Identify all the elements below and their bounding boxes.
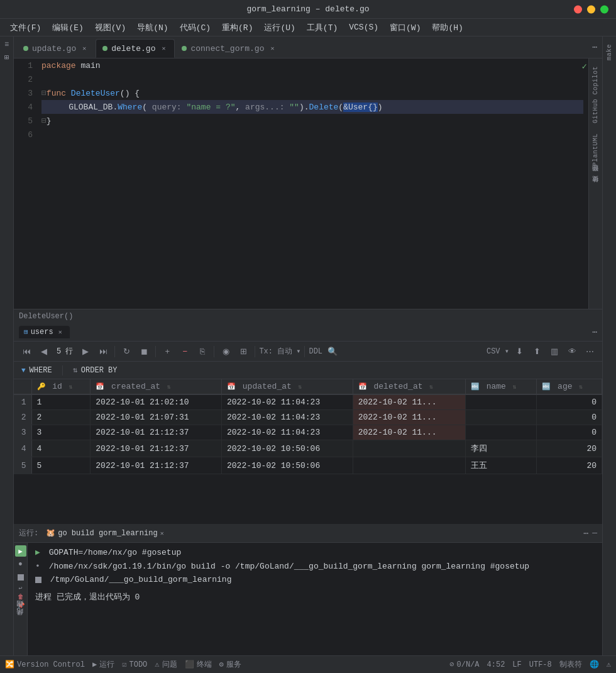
- terminal-bullet-icon[interactable]: •: [17, 559, 24, 570]
- status-encoding[interactable]: UTF-8: [529, 660, 552, 669]
- agile-icon[interactable]: 敏捷: [590, 182, 602, 192]
- orderby-label[interactable]: ORDER BY: [81, 366, 118, 375]
- db-tab-users[interactable]: ⊞ users ✕: [19, 326, 70, 338]
- where-label[interactable]: WHERE: [30, 366, 52, 375]
- make-icon[interactable]: make: [605, 39, 614, 65]
- tx-dropdown-icon[interactable]: ▾: [296, 347, 300, 356]
- status-git[interactable]: ⊘ 0/N/A: [449, 660, 479, 669]
- terminal-tab-build[interactable]: 🐹 go build gorm_learning ✕: [46, 528, 163, 538]
- github-copilot-icon[interactable]: GitHub Copilot: [591, 61, 600, 128]
- status-run[interactable]: ▶ 运行: [92, 659, 114, 670]
- tab-update-go[interactable]: update.go ✕: [16, 39, 96, 58]
- col-deleted-at[interactable]: 📅 deleted_at ⇅: [353, 379, 465, 394]
- tab-bar-more-icon[interactable]: ⋯: [592, 42, 597, 52]
- status-lf[interactable]: LF: [512, 660, 521, 669]
- status-services[interactable]: ⚙ 服务: [219, 659, 241, 670]
- maximize-button[interactable]: [600, 5, 608, 13]
- terminal-collapse-icon[interactable]: —: [592, 528, 597, 538]
- menu-file[interactable]: 文件(F): [5, 21, 46, 35]
- menu-run[interactable]: 运行(U): [259, 21, 300, 35]
- col-updated-at[interactable]: 📅 updated_at ⇅: [221, 379, 353, 394]
- tab-connect-go-close[interactable]: ✕: [268, 44, 277, 53]
- line-num-4: 4: [14, 100, 33, 114]
- db-delete-btn[interactable]: −: [177, 345, 192, 359]
- db-stop-btn[interactable]: ◼: [136, 345, 151, 359]
- menu-navigate[interactable]: 导航(N): [132, 21, 173, 35]
- db-export-btn[interactable]: ⊞: [236, 345, 251, 359]
- table-row[interactable]: 222022-10-01 21:07:312022-10-02 11:04:23…: [14, 410, 602, 425]
- terminal-pin-icon[interactable]: 📌: [17, 602, 25, 609]
- table-cell: 2022-10-02 11...: [353, 425, 465, 440]
- table-row[interactable]: 442022-10-01 21:12:372022-10-02 10:50:06…: [14, 440, 602, 457]
- table-row[interactable]: 112022-10-01 21:02:102022-10-02 11:04:23…: [14, 394, 602, 410]
- terminal-line-1: ▶ GOPATH=/home/nx/go #gosetup: [35, 547, 595, 559]
- col-id[interactable]: 🔑 id ⇅: [31, 379, 91, 394]
- bookmark-icon[interactable]: ⊞: [1, 52, 13, 63]
- terminal-go-icon: 🐹: [46, 528, 55, 538]
- db-prev-btn[interactable]: ◀: [36, 345, 52, 359]
- terminal-clear-icon[interactable]: 🗑: [18, 593, 24, 601]
- menu-vcs[interactable]: VCS(S): [344, 21, 383, 33]
- db-download-btn[interactable]: ⬇: [512, 345, 527, 359]
- menu-tools[interactable]: 工具(T): [302, 21, 343, 35]
- run-arrow-icon: ▶: [35, 548, 40, 557]
- status-position[interactable]: 4:52: [487, 660, 505, 669]
- menu-code[interactable]: 代码(C): [175, 21, 216, 35]
- terminal-run-btn[interactable]: ▶: [15, 545, 26, 557]
- minimize-button[interactable]: [587, 5, 595, 13]
- status-terminal[interactable]: ⬛ 终端: [185, 659, 212, 670]
- db-columns-btn[interactable]: ▥: [547, 345, 562, 359]
- tab-update-go-label: update.go: [32, 44, 76, 53]
- where-filter: ▼ WHERE: [21, 366, 52, 375]
- project-icon[interactable]: ≡: [1, 39, 13, 50]
- db-add-btn[interactable]: +: [160, 345, 175, 359]
- status-problems[interactable]: ⚠ 问题: [155, 659, 177, 670]
- line-numbers: 1 2 3 4 5 6: [14, 58, 36, 309]
- close-button[interactable]: [574, 5, 582, 13]
- db-tab-close[interactable]: ✕: [56, 328, 65, 336]
- line-num-5: 5: [14, 114, 33, 128]
- status-version-control[interactable]: 🔀 Version Control: [5, 660, 85, 669]
- db-tab-more-icon[interactable]: ⋯: [592, 327, 597, 337]
- col-name[interactable]: 🔤 name ⇅: [465, 379, 536, 394]
- db-next-btn[interactable]: ▶: [78, 345, 93, 359]
- table-row[interactable]: 332022-10-01 21:12:372022-10-02 11:04:23…: [14, 425, 602, 440]
- db-duplicate-btn[interactable]: ⎘: [195, 345, 210, 359]
- db-first-btn[interactable]: ⏮: [19, 345, 34, 359]
- csv-label[interactable]: CSV ▾: [487, 347, 509, 356]
- menu-help[interactable]: 帮助(H): [427, 21, 468, 35]
- ddl-label[interactable]: DDL: [309, 347, 322, 356]
- db-more-btn[interactable]: ⋯: [582, 345, 597, 359]
- db-eye-btn[interactable]: 👁: [564, 345, 580, 359]
- db-table-container[interactable]: 🔑 id ⇅ 📅 created_at ⇅: [14, 379, 602, 524]
- terminal-more-icon[interactable]: ⋯: [583, 528, 588, 538]
- terminal-tab-close-icon[interactable]: ✕: [160, 530, 164, 537]
- tab-delete-go[interactable]: delete.go ✕: [96, 39, 175, 58]
- translate-icon[interactable]: 翻译: [590, 171, 602, 182]
- status-indent[interactable]: 制表符: [559, 659, 582, 670]
- tab-delete-go-close[interactable]: ✕: [159, 44, 168, 53]
- terminal-stop-icon[interactable]: [18, 574, 24, 581]
- tab-connect-gorm-go[interactable]: connect_gorm.go ✕: [175, 39, 283, 58]
- plantuml-icon[interactable]: PlantUML: [591, 128, 600, 171]
- menu-view[interactable]: 视图(V): [90, 21, 131, 35]
- table-cell: 李四: [465, 440, 536, 457]
- code-editor[interactable]: package main ⊟ func DeleteUser () { GLOB…: [36, 58, 588, 309]
- menu-window[interactable]: 窗口(W): [385, 21, 426, 35]
- breadcrumb-text: DeleteUser(): [19, 312, 73, 321]
- db-refresh-btn[interactable]: ↻: [119, 345, 134, 359]
- col-age[interactable]: 🔤 age ⇅: [537, 379, 602, 394]
- db-search-btn[interactable]: 🔍: [325, 345, 340, 359]
- menu-edit[interactable]: 编辑(E): [47, 21, 88, 35]
- db-preview-btn[interactable]: ◉: [218, 345, 233, 359]
- checkmark-icon: ✓: [582, 61, 587, 72]
- table-row[interactable]: 552022-10-01 21:12:372022-10-02 10:50:06…: [14, 457, 602, 474]
- terminal-wrap-icon[interactable]: ↩: [18, 584, 22, 592]
- status-todo[interactable]: ☑ TODO: [122, 660, 147, 669]
- db-upload-btn[interactable]: ⬆: [529, 345, 544, 359]
- db-last-btn[interactable]: ⏭: [96, 345, 111, 359]
- menu-refactor[interactable]: 重构(R): [217, 21, 258, 35]
- col-created-at[interactable]: 📅 created_at ⇅: [91, 379, 222, 394]
- tab-update-go-close[interactable]: ✕: [80, 44, 89, 53]
- text-icon-1: 🔤: [471, 383, 480, 391]
